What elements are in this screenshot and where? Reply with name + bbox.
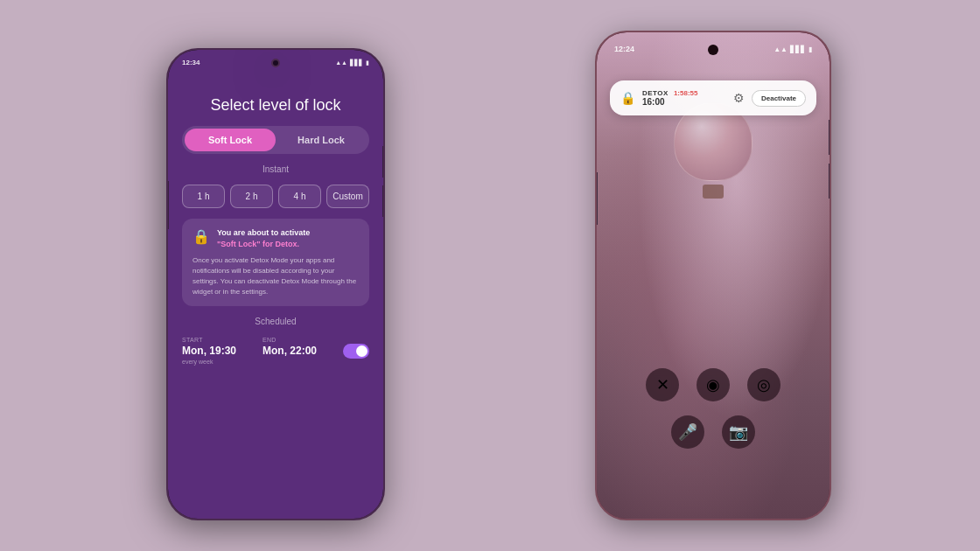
start-value: Mon, 19:30 [182,345,236,357]
volume-up-button[interactable] [829,120,831,155]
camera-hole-front [271,59,280,67]
info-title-line1: You are about to activate [217,228,310,237]
duration-4h[interactable]: 4 h [278,185,321,208]
detox-widget[interactable]: 🔒 DETOX 1:58:55 16:00 ⚙ Deactivate [610,80,816,115]
front-volume-down[interactable] [382,185,385,217]
schedule-toggle[interactable] [343,344,369,359]
dock-icon-chrome[interactable]: ◉ [696,368,730,401]
camera-hole-back [708,45,718,55]
dock-row-1: ✕ ◉ ◎ [646,368,780,401]
schedule-start: START Mon, 19:30 every week [182,337,236,365]
widget-timer: 1:58:55 [674,89,698,97]
toggle-knob [356,345,368,357]
duration-1h[interactable]: 1 h [182,185,225,208]
phone-back-screen: 12:24 ▲▲ ▋▋▋ ▮ 🔒 DETOX 1:58:55 16:00 [597,32,830,519]
signal-icon: ▋▋▋ [790,45,806,53]
status-icons-back: ▲▲ ▋▋▋ ▮ [774,45,812,53]
info-title: You are about to activate "Soft Lock" fo… [217,227,310,249]
info-title-block: You are about to activate "Soft Lock" fo… [217,227,310,249]
info-box: 🔒 You are about to activate "Soft Lock" … [182,219,369,305]
status-icons-front: ▲▲ ▋▋▋ ▮ [335,59,369,66]
deactivate-button[interactable]: Deactivate [752,90,806,107]
dock-icon-mic[interactable]: 🎤 [671,415,704,449]
wifi-icon: ▲▲ [774,45,788,53]
info-box-header: 🔒 You are about to activate "Soft Lock" … [192,227,359,249]
lock-icon: 🔒 [192,228,210,245]
phone-front-screen: 12:34 ▲▲ ▋▋▋ ▮ Select level of lock Soft… [168,50,383,519]
dock-icon-crosshair[interactable]: ✕ [646,368,679,401]
balloon-illustration [674,102,752,199]
dock-icon-camera[interactable]: ◎ [747,368,780,401]
widget-time-value: 16:00 [642,97,726,107]
end-label: END [262,337,317,343]
repeat-label: every week [182,359,236,365]
front-power-button[interactable] [166,181,169,229]
duration-2h[interactable]: 2 h [230,185,273,208]
instant-section-label: Instant [262,164,289,174]
schedule-row: START Mon, 19:30 every week END Mon, 22:… [182,337,369,372]
status-time-back: 12:24 [614,45,634,53]
widget-detox-label: DETOX [642,89,668,97]
tab-hard-lock[interactable]: Hard Lock [276,129,367,151]
duration-buttons: 1 h 2 h 4 h Custom [182,185,369,208]
power-button[interactable] [595,172,598,225]
battery-icon-front: ▮ [366,59,369,66]
end-value: Mon, 22:00 [262,345,317,357]
schedule-end: END Mon, 22:00 [262,337,317,357]
phone-back: 12:24 ▲▲ ▋▋▋ ▮ 🔒 DETOX 1:58:55 16:00 [595,31,831,520]
scene: 12:24 ▲▲ ▋▋▋ ▮ 🔒 DETOX 1:58:55 16:00 [96,22,884,529]
app-content: Select level of lock Soft Lock Hard Lock… [168,81,383,519]
scheduled-section-label: Scheduled [255,317,296,326]
status-time-front: 12:34 [182,59,200,66]
volume-down-button[interactable] [829,164,831,199]
battery-icon: ▮ [808,45,812,53]
tab-soft-lock[interactable]: Soft Lock [185,129,276,151]
info-body: Once you activate Detox Mode your apps a… [192,255,359,297]
phone-back-bottom: ✕ ◉ ◎ 🎤 📷 [597,368,830,449]
dock-icon-photo[interactable]: 📷 [722,415,755,449]
wifi-icon-front: ▲▲ [335,59,347,66]
lock-type-tabs: Soft Lock Hard Lock [182,126,369,154]
duration-custom[interactable]: Custom [326,185,369,208]
gear-icon[interactable]: ⚙ [733,91,745,105]
widget-text: DETOX 1:58:55 16:00 [642,89,726,107]
balloon-basket [703,185,724,199]
front-volume-up[interactable] [382,146,385,178]
info-title-highlight: "Soft Lock" for Detox. [217,240,299,248]
page-title: Select level of lock [210,95,340,115]
phone-front: 12:34 ▲▲ ▋▋▋ ▮ Select level of lock Soft… [166,48,385,520]
start-label: START [182,337,236,343]
dock-row-2: 🎤 📷 [671,415,755,449]
signal-icon-front: ▋▋▋ [350,59,363,66]
widget-lock-icon: 🔒 [620,91,635,105]
